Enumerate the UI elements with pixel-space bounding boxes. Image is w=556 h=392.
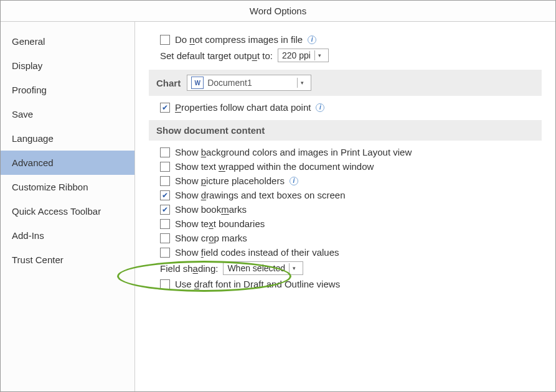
sidebar-item-general[interactable]: General xyxy=(1,29,134,54)
properties-follow-label: Properties follow chart data point xyxy=(175,102,311,113)
show-placeholders-label: Show picture placeholders xyxy=(175,175,285,186)
show-background-label: Show background colors and images in Pri… xyxy=(175,147,412,157)
properties-follow-checkbox[interactable] xyxy=(160,103,170,113)
info-icon[interactable]: i xyxy=(290,177,298,185)
show-field-codes-label: Show field codes instead of their values xyxy=(175,247,339,258)
sidebar-item-advanced[interactable]: Advanced xyxy=(1,151,134,175)
show-drawings-checkbox[interactable] xyxy=(160,190,170,200)
info-icon[interactable]: i xyxy=(308,35,316,44)
sidebar-item-save[interactable]: Save xyxy=(1,102,134,126)
show-text-boundaries-checkbox[interactable] xyxy=(160,219,170,229)
sidebar-item-proofing[interactable]: Proofing xyxy=(1,78,134,102)
show-crop-marks-label: Show crop marks xyxy=(175,233,247,243)
info-icon[interactable]: i xyxy=(316,103,324,112)
window-title: Word Options xyxy=(250,6,306,16)
show-wrapped-checkbox[interactable] xyxy=(160,162,170,172)
sidebar-item-display[interactable]: Display xyxy=(1,54,134,78)
sidebar: GeneralDisplayProofingSaveLanguageAdvanc… xyxy=(1,22,135,391)
chart-document-dropdown[interactable]: Document1 ▾ xyxy=(187,75,311,91)
show-wrapped-label: Show text wrapped within the document wi… xyxy=(175,161,374,172)
chevron-down-icon: ▾ xyxy=(289,263,299,273)
target-output-label: Set default target output to: xyxy=(160,50,273,61)
show-drawings-label: Show drawings and text boxes on screen xyxy=(175,190,346,200)
show-crop-marks-checkbox[interactable] xyxy=(160,233,170,243)
compress-images-checkbox[interactable] xyxy=(160,35,170,45)
show-background-checkbox[interactable] xyxy=(160,147,170,157)
chevron-down-icon: ▾ xyxy=(314,50,324,60)
field-shading-label: Field shading: xyxy=(160,263,218,274)
target-output-dropdown[interactable]: 220 ppi▾ xyxy=(278,49,329,62)
sidebar-item-customize-ribbon[interactable]: Customize Ribbon xyxy=(1,175,134,199)
use-draft-font-label: Use draft font in Draft and Outline view… xyxy=(175,279,340,289)
compress-images-label: Do not compress images in file xyxy=(175,34,303,45)
show-field-codes-checkbox[interactable] xyxy=(160,248,170,258)
content-pane: Do not compress images in file i Set def… xyxy=(135,22,555,391)
title-bar: Word Options xyxy=(1,1,555,22)
chevron-down-icon: ▾ xyxy=(297,78,307,88)
show-bookmarks-checkbox[interactable] xyxy=(160,205,170,215)
field-shading-dropdown[interactable]: When selected▾ xyxy=(223,261,303,275)
show-content-section-header: Show document content xyxy=(149,120,542,141)
show-bookmarks-label: Show bookmarks xyxy=(175,204,247,215)
show-placeholders-checkbox[interactable] xyxy=(160,176,170,186)
chart-section-header: Chart Document1 ▾ xyxy=(149,70,542,96)
show-text-boundaries-label: Show text boundaries xyxy=(175,218,265,229)
sidebar-item-quick-access-toolbar[interactable]: Quick Access Toolbar xyxy=(1,199,134,223)
use-draft-font-checkbox[interactable] xyxy=(160,279,170,289)
sidebar-item-trust-center[interactable]: Trust Center xyxy=(1,248,134,272)
sidebar-item-language[interactable]: Language xyxy=(1,126,134,151)
word-doc-icon xyxy=(191,77,204,89)
sidebar-item-add-ins[interactable]: Add-Ins xyxy=(1,223,134,248)
